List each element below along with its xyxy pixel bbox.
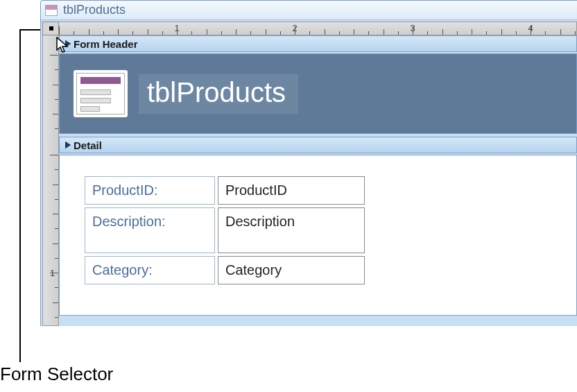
field-textbox[interactable]: Description (218, 207, 365, 253)
field-label[interactable]: ProductID: (85, 176, 215, 205)
collapse-icon (65, 40, 71, 47)
callout-connector-h (19, 29, 42, 31)
design-surface: 1234 1 Form Header tblProducts (41, 20, 577, 326)
form-icon (45, 5, 58, 16)
window-titlebar[interactable]: tblProducts (41, 1, 577, 20)
section-label: Form Header (74, 38, 138, 50)
field-textbox[interactable]: ProductID (218, 176, 365, 205)
form-canvas[interactable]: Form Header tblProducts Detail ProductID… (59, 35, 577, 326)
field-row: Description:Description (85, 207, 576, 253)
form-header-section-bar[interactable]: Form Header (59, 35, 577, 52)
form-title-control[interactable]: tblProducts (139, 74, 298, 114)
field-label[interactable]: Description: (85, 207, 215, 253)
form-design-window: tblProducts 1234 1 Form Header (40, 0, 577, 326)
detail-section[interactable]: ProductID:ProductIDDescription:Descripti… (59, 155, 577, 316)
form-title-text: tblProducts (147, 77, 286, 108)
field-row: Category:Category (85, 256, 576, 284)
form-selector[interactable] (42, 22, 59, 35)
vertical-ruler[interactable]: 1 (42, 35, 59, 326)
form-logo-icon[interactable] (74, 70, 128, 117)
field-label[interactable]: Category: (85, 256, 215, 284)
callout-connector-v (19, 31, 21, 362)
form-header-section[interactable]: tblProducts (59, 53, 577, 134)
field-textbox[interactable]: Category (218, 256, 365, 284)
window-title: tblProducts (63, 3, 126, 17)
callout-label: Form Selector (0, 364, 113, 385)
detail-section-bar[interactable]: Detail (59, 137, 577, 153)
field-row: ProductID:ProductID (85, 176, 576, 205)
horizontal-ruler[interactable]: 1234 (59, 22, 577, 35)
collapse-icon (65, 142, 71, 148)
form-selector-dot-icon (49, 26, 53, 31)
section-label: Detail (74, 139, 102, 151)
